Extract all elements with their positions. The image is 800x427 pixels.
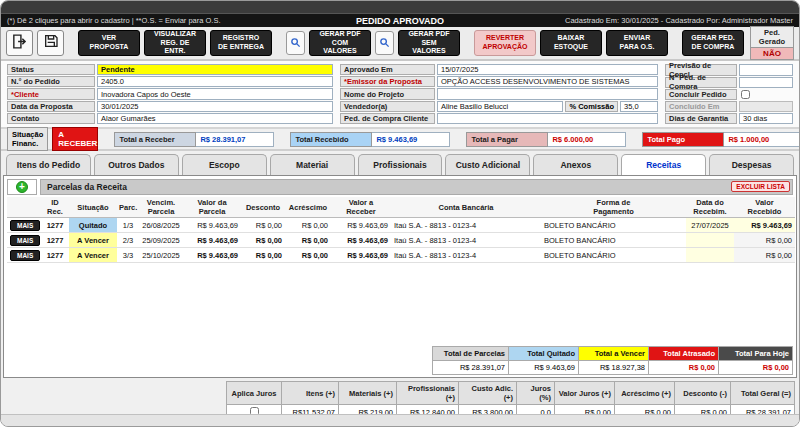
mais-button[interactable]: MAIS	[10, 235, 40, 246]
baixar-estoque-button[interactable]: BAIXAR ESTOQUE	[540, 30, 602, 56]
acrescimo-cell: R$ 0,00	[285, 218, 331, 233]
desconto-cell: R$ 0,00	[241, 218, 285, 233]
total-parcelas-label: Total de Parcelas	[433, 347, 509, 361]
valor-recebido-cell: R$ 0,00	[734, 248, 795, 263]
status-label: Status	[7, 64, 95, 75]
tab-bar: Itens do Pedido Outros Dados Escopo Mate…	[1, 151, 799, 175]
aprovado-em-label: Aprovado Em	[340, 64, 435, 75]
summary-band: Aplica Juros Itens (+) Materiais (+) Pro…	[1, 378, 799, 414]
tab-outros-dados[interactable]: Outros Dados	[94, 154, 179, 175]
tab-anexos[interactable]: Anexos	[533, 154, 618, 175]
enviar-para-os-button[interactable]: ENVIAR PARA O.S.	[606, 30, 668, 56]
gerar-pdf-com-valores-button[interactable]: GERAR PDF COM VALORES	[309, 30, 371, 56]
excluir-lista-button[interactable]: EXCLUIR LISTA	[731, 181, 790, 192]
valor-juros-label: Valor Juros (+)	[555, 382, 615, 405]
receitas-panel: + Parcelas da Receita EXCLUIR LISTA ID R…	[3, 175, 797, 378]
id-rec-cell: 1277	[41, 218, 69, 233]
data-recebim-cell[interactable]	[686, 248, 734, 263]
vendedor-label: Vendedor(a)	[340, 101, 435, 112]
preview-pdf-sem-valores-button[interactable]	[375, 31, 394, 55]
parc-cell: 2/3	[117, 233, 139, 248]
tab-profissionais[interactable]: Profissionais	[358, 154, 443, 175]
vendedor-field[interactable]: Aline Basilio Belucci	[437, 101, 563, 112]
total-a-vencer-label: Total a Vencer	[579, 347, 649, 361]
aprovado-em-field[interactable]: 15/07/2025	[437, 64, 658, 75]
total-a-pagar-label: Total a Pagar	[466, 132, 548, 147]
window-chrome	[1, 1, 799, 14]
ped-gerado-label: Ped. Gerado	[750, 26, 794, 48]
comissao-field[interactable]: 35,0	[620, 101, 658, 112]
total-pago-label: Total Pago	[642, 132, 724, 147]
gerar-pdf-sem-valores-button[interactable]: GERAR PDF SEM VALORES	[398, 30, 460, 56]
situacao-badge: A Vencer	[69, 248, 117, 263]
parc-cell: 1/3	[117, 218, 139, 233]
acrescimo-cell: R$ 0,00	[285, 248, 331, 263]
custo-adic-label: Custo Adic. (+)	[459, 382, 517, 405]
col-valor-parcela: Valor da Parcela	[183, 197, 241, 218]
panel-title-bar: Parcelas da Receita EXCLUIR LISTA	[40, 179, 793, 195]
ped-compra-cliente-field[interactable]	[437, 113, 658, 124]
status-field[interactable]: Pendente	[97, 64, 333, 75]
cliente-field[interactable]: Inovadora Capos do Oeste	[97, 88, 333, 99]
total-recebido-label: Total Recebido	[290, 132, 372, 147]
ver-proposta-button[interactable]: VER PROPOSTA	[78, 30, 140, 56]
mais-button[interactable]: MAIS	[10, 250, 40, 261]
emissor-proposta-field[interactable]: OPÇÃO ACCESS DESENVOLVIMENTO DE SISTEMAS	[437, 76, 658, 87]
forma-pagamento-cell: BOLETO BANCÁRIO	[541, 233, 686, 248]
numero-pedido-field[interactable]: 2405.0	[97, 76, 333, 87]
conta-bancaria-cell: Itaú S.A. - 8813 - 0123-4	[391, 218, 541, 233]
page-title: PEDIDO APROVADO	[356, 16, 444, 26]
data-recebim-cell[interactable]	[686, 233, 734, 248]
col-valor-recebido: Valor Recebido	[734, 197, 795, 218]
concluir-pedido-checkbox[interactable]	[741, 90, 750, 99]
valor-receber-cell: R$ 9.463,69	[331, 233, 391, 248]
add-parcela-button[interactable]: +	[7, 179, 37, 195]
reverter-aprovacao-button[interactable]: REVERTER APROVAÇÃO	[474, 30, 536, 56]
magnifier-icon	[290, 34, 301, 52]
nome-projeto-label: Nome do Projeto	[340, 88, 435, 99]
total-atrasado-value: R$ 0,00	[649, 361, 719, 375]
col-acrescimo: Acréscimo	[285, 197, 331, 218]
contato-field[interactable]: Alaor Gumarães	[97, 113, 333, 124]
exit-icon	[11, 33, 28, 54]
col-parc: Parc.	[117, 197, 139, 218]
save-icon	[43, 33, 59, 53]
comissao-label: % Comissão	[565, 101, 618, 112]
col-data-recebim: Data do Recebim.	[686, 197, 734, 218]
tab-itens-do-pedido[interactable]: Itens do Pedido	[6, 154, 91, 175]
save-button[interactable]	[37, 30, 64, 56]
exit-button[interactable]	[6, 30, 33, 56]
magnifier-icon	[379, 34, 390, 52]
table-header-row: ID Rec. Situação Parc. Vencim. Parcela V…	[7, 197, 795, 218]
dias-garantia-field[interactable]: 30 dias	[739, 113, 793, 124]
tab-materiai[interactable]: Materiai	[270, 154, 355, 175]
num-ped-compra-label: Nº Ped. de Compra	[665, 77, 737, 89]
acrescimo-cell: R$ 0,00	[285, 233, 331, 248]
tab-despesas[interactable]: Despesas	[709, 154, 794, 175]
tab-receitas[interactable]: Receitas	[621, 154, 706, 175]
ped-gerado-indicator: Ped. Gerado NÃO	[750, 26, 794, 60]
tab-escopo[interactable]: Escopo	[182, 154, 267, 175]
valor-parcela-cell: R$ 9.463,69	[183, 233, 241, 248]
data-proposta-field[interactable]: 30/01/2025	[97, 101, 333, 112]
total-pago-value: R$ 1.000,00	[724, 132, 800, 147]
registro-entrega-button[interactable]: REGISTRO DE ENTREGA	[210, 30, 272, 56]
emissor-proposta-label: *Emissor da Proposta	[340, 76, 435, 87]
visualizar-reg-entr-button[interactable]: VISUALIZAR REG. DE ENTR.	[144, 30, 206, 56]
vencim-cell: 25/10/2025	[139, 248, 183, 263]
previsao-concl-field[interactable]	[739, 64, 793, 76]
preview-pdf-com-valores-button[interactable]	[286, 31, 305, 55]
tab-custo-adicional[interactable]: Custo Adicional	[445, 154, 530, 175]
total-quitado-label: Total Quitado	[509, 347, 579, 361]
conta-bancaria-cell: Itaú S.A. - 8813 - 0123-4	[391, 233, 541, 248]
profissionais-label: Profissionais (+)	[397, 382, 459, 405]
col-desconto: Desconto	[241, 197, 285, 218]
numero-pedido-label: N.° do Pedido	[7, 76, 95, 87]
nome-projeto-field[interactable]	[437, 88, 658, 99]
mais-button[interactable]: MAIS	[10, 220, 40, 231]
gerar-ped-compra-button[interactable]: GERAR PED. DE COMPRA	[682, 30, 744, 56]
num-ped-compra-field[interactable]	[739, 77, 793, 89]
total-para-hoje-label: Total Para Hoje	[719, 347, 793, 361]
col-situacao: Situação	[69, 197, 117, 218]
data-recebim-cell[interactable]: 27/07/2025	[686, 218, 734, 233]
